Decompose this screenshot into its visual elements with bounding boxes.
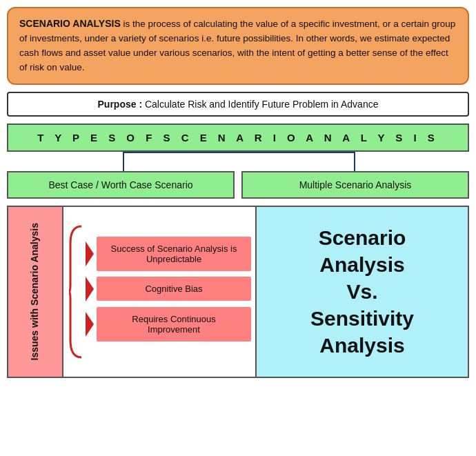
issue-box-2: Cognitive Bias <box>97 277 251 301</box>
issue-item-2: Cognitive Bias <box>86 277 251 301</box>
bottom-section: Issues with Scenario Analysis Success of… <box>7 206 469 378</box>
arrow-icon-2 <box>86 277 94 301</box>
scenario-box-multiple: Multiple Scenario Analysis <box>241 171 469 199</box>
issues-label: Issues with Scenario Analysis <box>28 223 42 360</box>
scenario-box-best-case: Best Case / Worth Case Scenario <box>7 171 235 199</box>
arrow-icon-3 <box>86 312 94 337</box>
issue-box-3: Requires Continuous Improvement <box>97 307 251 341</box>
issue-item-3: Requires Continuous Improvement <box>86 307 251 341</box>
brace-icon <box>68 219 83 364</box>
purpose-text: Calculate Risk and Identify Future Probl… <box>145 99 379 110</box>
issue-box-1: Success of Scenario Analysis is Unpredic… <box>97 237 251 271</box>
issues-list: Success of Scenario Analysis is Unpredic… <box>86 237 251 347</box>
scenario-boxes-row: Best Case / Worth Case Scenario Multiple… <box>7 171 469 199</box>
right-cyan-text: ScenarioAnalysisVs.SensitivityAnalysis <box>310 224 414 359</box>
arrow-icon-1 <box>86 241 94 266</box>
definition-title: SCENARIO ANALYSIS <box>19 18 121 29</box>
issues-column: Issues with Scenario Analysis <box>8 207 63 377</box>
purpose-label: Purpose : <box>98 99 143 110</box>
right-cyan-box: ScenarioAnalysisVs.SensitivityAnalysis <box>255 207 468 377</box>
definition-box: SCENARIO ANALYSIS is the process of calc… <box>7 7 469 85</box>
issue-item-1: Success of Scenario Analysis is Unpredic… <box>86 237 251 271</box>
types-header: T Y P E S O F S C E N A R I O A N A L Y … <box>7 123 469 152</box>
purpose-box: Purpose : Calculate Risk and Identify Fu… <box>7 92 469 117</box>
